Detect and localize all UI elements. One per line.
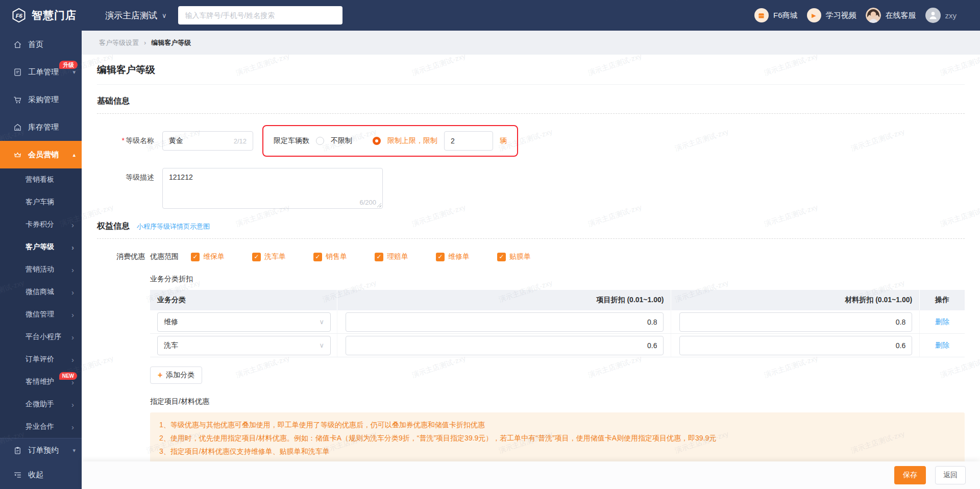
col-action: 操作 [920, 290, 965, 310]
sidebar-item-customer-vehicles[interactable]: 客户车辆 [0, 191, 82, 213]
main-content: 客户等级设置 › 编辑客户等级 编辑客户等级 基础信息 *等级名称 2/12 限… [82, 31, 980, 489]
miniprogram-detail-link[interactable]: 小程序等级详情页示意图 [137, 222, 210, 231]
sidebar-item-purchase[interactable]: 采购管理 [0, 86, 82, 113]
category-select[interactable]: 洗车∨ [157, 336, 331, 355]
checkbox-repair-order[interactable]: ✓维修单 [436, 252, 470, 261]
sidebar: 首页 工单管理 ▾ 升级 采购管理 库存管理 会员营销 ▴ 营销看板 客户车辆 … [0, 31, 82, 489]
top-bar: F6 智慧门店 演示主店测试 ∨ F6商城 ▶ 学习视频 在线客服 [0, 0, 980, 31]
arrow-right-icon: › [71, 288, 74, 297]
learning-video-link[interactable]: ▶ 学习视频 [807, 8, 856, 22]
consume-main: 优惠范围 ✓维保单 ✓洗车单 ✓销售单 ✓理赔单 ✓维修单 ✓贴膜单 业务分类折… [150, 252, 965, 489]
global-search [178, 6, 342, 25]
f6-hexagon-logo-icon: F6 [11, 8, 27, 23]
arrow-right-icon: › [71, 310, 74, 319]
consume-label: 消费优惠 [116, 252, 150, 489]
level-desc-textarea[interactable]: 121212 [169, 173, 376, 198]
checkbox-checked-icon: ✓ [313, 253, 322, 261]
delete-link[interactable]: 删除 [935, 341, 949, 350]
page-card: 编辑客户等级 基础信息 *等级名称 2/12 限定车辆数 不限制 限制上限，限制… [82, 55, 980, 489]
search-input[interactable] [178, 6, 342, 25]
category-select[interactable]: 维修∨ [157, 312, 331, 332]
sidebar-item-marketing-activity[interactable]: 营销活动› [0, 258, 82, 281]
chevron-down-icon: ∨ [319, 341, 324, 349]
sidebar-item-work-orders[interactable]: 工单管理 ▾ 升级 [0, 58, 82, 86]
sidebar-item-platform-miniprogram[interactable]: 平台小程序› [0, 326, 82, 348]
subitem-label: 订单评价 [26, 355, 54, 364]
user-avatar-icon [925, 8, 941, 23]
specified-offer-notice: 1、等级优惠与其他优惠可叠加使用，即工单使用了等级的优惠后，仍可以叠加券优惠和储… [150, 412, 965, 463]
chevron-down-icon: ▾ [72, 447, 76, 454]
sidebar-item-wechat-mall[interactable]: 微信商城› [0, 281, 82, 303]
sidebar-item-home[interactable]: 首页 [0, 31, 82, 58]
warehouse-icon [13, 123, 22, 132]
f6-mall-link[interactable]: F6商城 [754, 8, 798, 22]
level-desc-counter: 6/200 [359, 199, 376, 206]
checkbox-checked-icon: ✓ [375, 253, 383, 261]
document-icon [13, 67, 22, 77]
back-button[interactable]: 返回 [935, 466, 966, 484]
divider [97, 113, 965, 114]
sidebar-item-label: 会员营销 [28, 150, 59, 160]
project-discount-input[interactable] [346, 336, 664, 355]
scope-label: 优惠范围 [150, 252, 179, 261]
radio-unlimited-label[interactable]: 不限制 [331, 136, 352, 145]
category-discount-title: 业务分类折扣 [150, 275, 965, 284]
sidebar-item-order-review[interactable]: 订单评价› [0, 348, 82, 371]
checkbox-checked-icon: ✓ [252, 253, 261, 261]
level-name-row: *等级名称 2/12 限定车辆数 不限制 限制上限，限制 辆 [97, 125, 965, 157]
checkbox-carwash-order[interactable]: ✓洗车单 [252, 252, 286, 261]
add-category-button[interactable]: + 添加分类 [150, 366, 202, 384]
sidebar-item-customer-level[interactable]: 客户等级› [0, 236, 82, 258]
sidebar-item-label: 工单管理 [28, 67, 59, 77]
checkbox-sales-order[interactable]: ✓销售单 [313, 252, 347, 261]
vehicle-limit-input[interactable] [444, 131, 493, 151]
user-account[interactable]: zxy [925, 8, 957, 23]
sidebar-collapse-button[interactable]: 收起 [0, 462, 82, 487]
checkbox-maintenance-order[interactable]: ✓维保单 [191, 252, 225, 261]
sidebar-item-cross-industry[interactable]: 异业合作› [0, 415, 82, 438]
save-button[interactable]: 保存 [894, 466, 926, 484]
service-label: 在线客服 [886, 11, 916, 20]
sidebar-item-member-marketing[interactable]: 会员营销 ▴ [0, 141, 82, 168]
sidebar-item-inventory[interactable]: 库存管理 [0, 113, 82, 141]
level-desc-label: 等级描述 [97, 168, 154, 182]
arrow-right-icon: › [71, 333, 74, 341]
online-service-link[interactable]: 在线客服 [866, 8, 916, 23]
radio-limited-label[interactable]: 限制上限，限制 [387, 136, 437, 145]
checkbox-film-order[interactable]: ✓贴膜单 [497, 252, 531, 261]
breadcrumb-item[interactable]: 客户等级设置 [99, 38, 139, 47]
store-selector[interactable]: 演示主店测试 ∨ [105, 10, 167, 21]
material-discount-input[interactable] [679, 336, 912, 355]
app-logo: F6 智慧门店 [0, 8, 90, 23]
level-desc-row: 等级描述 121212 6/200 [97, 168, 965, 209]
play-icon: ▶ [807, 8, 821, 22]
checkbox-claims-order[interactable]: ✓理赔单 [375, 252, 408, 261]
upgrade-badge: 升级 [59, 61, 78, 69]
subitem-label: 卡券积分 [26, 220, 54, 229]
level-name-input[interactable] [169, 137, 231, 145]
consume-discount-block: 消费优惠 优惠范围 ✓维保单 ✓洗车单 ✓销售单 ✓理赔单 ✓维修单 ✓贴膜单 … [97, 252, 965, 489]
resize-handle-icon[interactable] [376, 202, 381, 207]
add-category-label: 添加分类 [166, 371, 194, 380]
required-mark: * [122, 136, 125, 144]
sidebar-item-customer-care[interactable]: 客情维护›NEW [0, 371, 82, 393]
subitem-label: 客户等级 [26, 242, 54, 252]
sidebar-item-wechat-manage[interactable]: 微信管理› [0, 303, 82, 326]
svg-text:F6: F6 [16, 13, 23, 19]
project-discount-input[interactable] [346, 312, 664, 332]
radio-unlimited[interactable] [316, 137, 324, 145]
sidebar-item-card-points[interactable]: 卡券积分› [0, 213, 82, 236]
page-title: 编辑客户等级 [97, 55, 965, 85]
sidebar-item-qiwei-assistant[interactable]: 企微助手› [0, 393, 82, 415]
collapse-icon [13, 470, 22, 480]
sidebar-item-marketing-board[interactable]: 营销看板 [0, 168, 82, 191]
basic-info-section-title: 基础信息 [97, 96, 965, 107]
delete-link[interactable]: 删除 [935, 317, 949, 327]
radio-limited[interactable] [373, 137, 381, 145]
sidebar-item-label: 库存管理 [28, 123, 59, 132]
crown-icon [13, 150, 22, 160]
vehicle-limit-group-highlighted: 限定车辆数 不限制 限制上限，限制 辆 [262, 125, 518, 157]
sidebar-item-order-booking[interactable]: 订单预约 ▾ [0, 438, 82, 462]
checkbox-checked-icon: ✓ [191, 253, 200, 261]
material-discount-input[interactable] [679, 312, 912, 332]
